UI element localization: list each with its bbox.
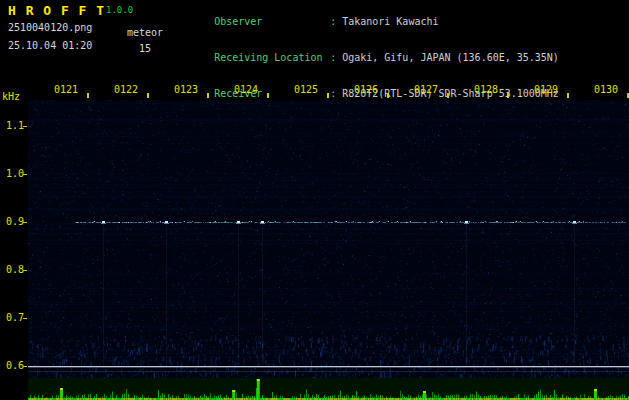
freq-tick-mark bbox=[23, 318, 27, 319]
time-tick-mark bbox=[447, 93, 449, 98]
info-colon: : bbox=[330, 16, 342, 27]
info-row-location: Receiving Location:Ogaki, Gifu, JAPAN (1… bbox=[178, 40, 559, 76]
freq-tick-mark bbox=[23, 126, 27, 127]
freq-tick-label: 0.9 bbox=[0, 216, 24, 227]
info-colon: : bbox=[330, 88, 342, 99]
info-value: Ogaki, Gifu, JAPAN (136.60E, 35.35N) bbox=[342, 52, 559, 63]
info-value: Takanori Kawachi bbox=[342, 16, 438, 27]
time-tick-label: 0128 bbox=[471, 84, 501, 95]
time-tick-mark bbox=[567, 93, 569, 98]
output-filename: 2510040120.png bbox=[8, 22, 92, 33]
freq-tick-mark bbox=[23, 270, 27, 271]
freq-tick-label: 0.6 bbox=[0, 360, 24, 371]
time-tick-mark bbox=[87, 93, 89, 98]
freq-tick-mark bbox=[23, 174, 27, 175]
time-tick-label: 0123 bbox=[171, 84, 201, 95]
freq-axis-unit: kHz bbox=[2, 91, 20, 102]
freq-tick-mark bbox=[23, 366, 27, 367]
mode-label: meteor bbox=[127, 27, 163, 38]
time-tick-mark bbox=[507, 93, 509, 98]
time-tick-label: 0129 bbox=[531, 84, 561, 95]
freq-tick-label: 1.0 bbox=[0, 168, 24, 179]
hrofft-output-image: H R O F F T 1.0.0 2510040120.png meteor … bbox=[0, 0, 629, 400]
spectrogram-canvas bbox=[28, 100, 629, 400]
freq-tick-label: 1.1 bbox=[0, 120, 24, 131]
info-label: Receiving Location bbox=[214, 52, 330, 64]
time-tick-label: 0124 bbox=[231, 84, 261, 95]
time-tick-label: 0125 bbox=[291, 84, 321, 95]
info-label: Observer bbox=[214, 16, 330, 28]
app-version: 1.0.0 bbox=[106, 5, 133, 15]
echo-count: 15 bbox=[139, 43, 151, 54]
time-tick-mark bbox=[327, 93, 329, 98]
info-row-observer: Observer:Takanori Kawachi bbox=[178, 4, 559, 40]
time-tick-label: 0127 bbox=[411, 84, 441, 95]
time-tick-mark bbox=[267, 93, 269, 98]
freq-tick-mark bbox=[23, 222, 27, 223]
time-tick-label: 0126 bbox=[351, 84, 381, 95]
freq-tick-label: 0.7 bbox=[0, 312, 24, 323]
freq-tick-label: 0.8 bbox=[0, 264, 24, 275]
info-colon: : bbox=[330, 52, 342, 63]
time-tick-mark bbox=[207, 93, 209, 98]
time-tick-mark bbox=[147, 93, 149, 98]
timestamp: 25.10.04 01:20 bbox=[8, 40, 92, 51]
time-tick-mark bbox=[387, 93, 389, 98]
time-tick-label: 0122 bbox=[111, 84, 141, 95]
time-tick-label: 0130 bbox=[591, 84, 621, 95]
time-tick-label: 0121 bbox=[51, 84, 81, 95]
app-title: H R O F F T bbox=[8, 3, 105, 18]
